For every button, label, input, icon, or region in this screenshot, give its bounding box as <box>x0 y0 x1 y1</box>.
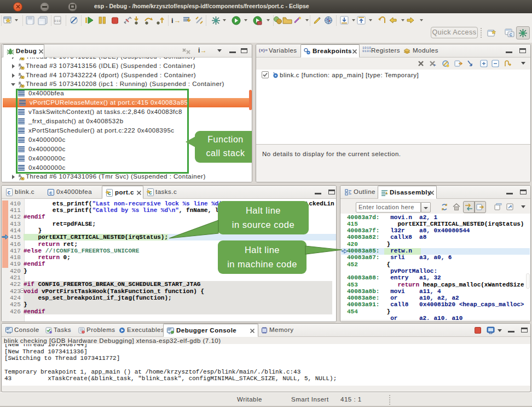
svg-text:010: 010 <box>54 19 61 23</box>
svg-text:C: C <box>510 33 513 37</box>
svg-text:c: c <box>49 190 53 196</box>
svg-text:c: c <box>7 190 10 196</box>
